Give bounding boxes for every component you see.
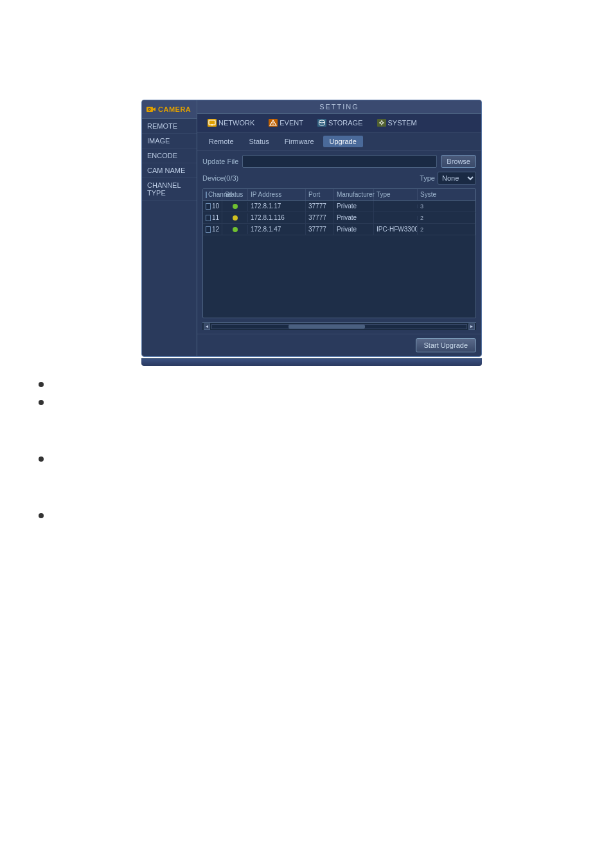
header-checkbox[interactable] bbox=[206, 192, 207, 198]
footer-bar bbox=[141, 358, 482, 366]
bullets-section bbox=[39, 379, 488, 529]
th-manufacturer: Manufacturer bbox=[334, 189, 374, 200]
svg-point-3 bbox=[149, 109, 150, 110]
th-type: Type bbox=[374, 189, 418, 200]
type-select[interactable]: None IPC DVR HVR bbox=[438, 172, 476, 185]
th-status: Status bbox=[222, 189, 248, 200]
svg-point-10 bbox=[319, 120, 324, 123]
event-icon bbox=[269, 119, 278, 127]
td-system-1: 2 bbox=[418, 213, 475, 223]
th-system: Syste bbox=[418, 189, 475, 200]
th-channel: Channel bbox=[203, 189, 222, 200]
subtab-firmware[interactable]: Firmware bbox=[278, 136, 321, 147]
tab-event[interactable]: EVENT bbox=[262, 116, 310, 129]
browse-button[interactable]: Browse bbox=[441, 155, 476, 168]
camera-label: CAMERA bbox=[158, 105, 191, 113]
subtab-upgrade[interactable]: Upgrade bbox=[323, 136, 363, 147]
section-gap bbox=[39, 415, 488, 454]
td-status-0 bbox=[222, 202, 248, 211]
status-dot-1 bbox=[233, 215, 238, 221]
td-port-2: 37777 bbox=[306, 224, 334, 235]
device-type-row: Device(0/3) Type None IPC DVR HVR bbox=[202, 172, 476, 185]
network-icon bbox=[208, 119, 217, 127]
td-manufacturer-0: Private bbox=[334, 201, 374, 212]
type-row: Type None IPC DVR HVR bbox=[420, 172, 476, 185]
top-tabs: NETWORK EVENT bbox=[197, 114, 481, 132]
td-channel-0: 10 bbox=[203, 201, 222, 212]
sidebar-item-channeltype[interactable]: CHANNEL TYPE bbox=[142, 178, 197, 201]
bullet-dot bbox=[39, 400, 44, 405]
svg-point-9 bbox=[273, 124, 274, 125]
td-type-1 bbox=[374, 216, 418, 220]
td-ip-2: 172.8.1.47 bbox=[248, 224, 306, 235]
td-port-1: 37777 bbox=[306, 212, 334, 223]
update-file-label: Update File bbox=[202, 158, 238, 165]
td-manufacturer-1: Private bbox=[334, 212, 374, 223]
left-nav: CAMERA REMOTE IMAGE ENCODE CAM NAME CHAN… bbox=[142, 100, 197, 356]
ui-wrapper: CAMERA REMOTE IMAGE ENCODE CAM NAME CHAN… bbox=[141, 100, 482, 357]
system-icon bbox=[377, 119, 386, 127]
scroll-left-button[interactable]: ◄ bbox=[204, 323, 210, 330]
type-label: Type bbox=[420, 174, 435, 182]
bullet-dot bbox=[39, 513, 44, 518]
scroll-right-button[interactable]: ► bbox=[468, 323, 475, 330]
svg-rect-4 bbox=[209, 120, 215, 125]
td-ip-0: 172.8.1.17 bbox=[248, 201, 306, 212]
td-status-1 bbox=[222, 213, 248, 222]
tab-storage-label: STORAGE bbox=[328, 119, 363, 127]
sub-tabs: Remote Status Firmware Upgrade bbox=[197, 132, 481, 151]
update-file-row: Update File Browse bbox=[202, 155, 476, 168]
td-type-2: IPC-HFW3300 bbox=[374, 224, 418, 235]
td-type-0 bbox=[374, 204, 418, 208]
row-checkbox-1[interactable] bbox=[206, 215, 211, 221]
table-row: 12 172.8.1.47 37777 Private IPC-HFW3300 … bbox=[203, 224, 475, 235]
th-ip: IP Address bbox=[248, 189, 306, 200]
table-header: Channel Status IP Address Port Manufactu… bbox=[203, 189, 475, 201]
tab-event-label: EVENT bbox=[280, 119, 303, 127]
bottom-bar: Start Upgrade bbox=[197, 334, 481, 356]
table-row: 10 172.8.1.17 37777 Private 3 bbox=[203, 201, 475, 212]
td-channel-2: 12 bbox=[203, 224, 222, 235]
subtab-status[interactable]: Status bbox=[243, 136, 276, 147]
bullet-dot bbox=[39, 382, 44, 387]
device-label: Device(0/3) bbox=[202, 174, 238, 182]
tab-system-label: SYSTEM bbox=[388, 119, 417, 127]
row-checkbox-2[interactable] bbox=[206, 226, 211, 233]
sidebar-item-image[interactable]: IMAGE bbox=[142, 134, 197, 149]
th-port: Port bbox=[306, 189, 334, 200]
table-row: 11 172.8.1.116 37777 Private 2 bbox=[203, 212, 475, 224]
update-file-input[interactable] bbox=[242, 155, 437, 168]
td-manufacturer-2: Private bbox=[334, 224, 374, 235]
device-table: Channel Status IP Address Port Manufactu… bbox=[202, 188, 476, 318]
td-ip-1: 172.8.1.116 bbox=[248, 212, 306, 223]
scroll-thumb bbox=[289, 325, 365, 329]
bullet-item bbox=[39, 511, 488, 518]
sidebar-item-encode[interactable]: ENCODE bbox=[142, 149, 197, 163]
bullet-item bbox=[39, 379, 488, 387]
sidebar-item-remote[interactable]: REMOTE bbox=[142, 119, 197, 134]
subtab-remote[interactable]: Remote bbox=[202, 136, 240, 147]
td-system-2: 2 bbox=[418, 224, 475, 235]
tab-system[interactable]: SYSTEM bbox=[371, 116, 423, 129]
tab-network-label: NETWORK bbox=[218, 119, 254, 127]
bullet-item bbox=[39, 397, 488, 405]
bullet-item bbox=[39, 454, 488, 462]
settings-title: SETTING bbox=[197, 100, 481, 114]
status-dot-0 bbox=[233, 204, 238, 209]
sidebar-item-camname[interactable]: CAM NAME bbox=[142, 163, 197, 178]
td-channel-1: 11 bbox=[203, 212, 222, 223]
section-gap bbox=[39, 472, 488, 511]
bullet-dot bbox=[39, 457, 44, 462]
main-ui: CAMERA REMOTE IMAGE ENCODE CAM NAME CHAN… bbox=[141, 100, 482, 357]
storage-icon bbox=[317, 119, 326, 127]
scroll-track[interactable] bbox=[211, 324, 467, 329]
td-port-0: 37777 bbox=[306, 201, 334, 212]
left-nav-header: CAMERA bbox=[142, 100, 197, 119]
tab-network[interactable]: NETWORK bbox=[201, 116, 261, 129]
start-upgrade-button[interactable]: Start Upgrade bbox=[416, 338, 476, 352]
camera-icon bbox=[146, 104, 156, 114]
row-checkbox-0[interactable] bbox=[206, 203, 211, 210]
horizontal-scrollbar: ◄ ► bbox=[202, 322, 476, 330]
td-status-2 bbox=[222, 225, 248, 234]
tab-storage[interactable]: STORAGE bbox=[311, 116, 369, 129]
